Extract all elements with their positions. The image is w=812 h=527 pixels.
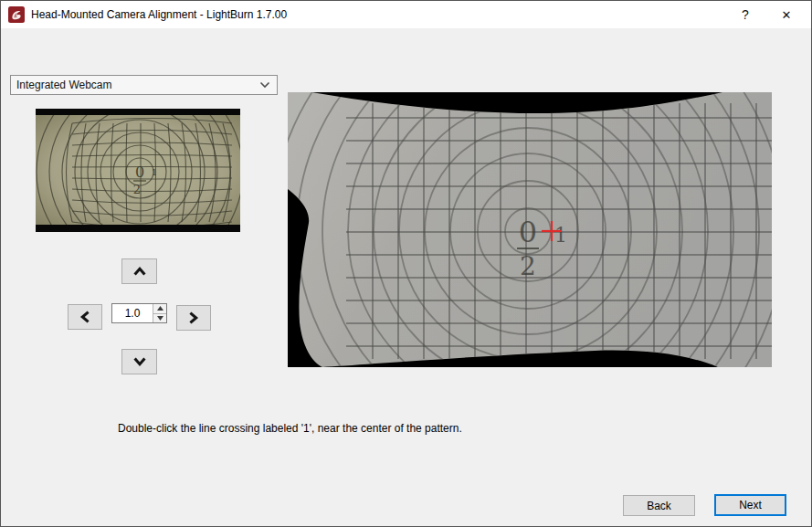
pattern-label-0-large: 0: [519, 215, 537, 249]
camera-preview-thumbnail: 0 1 2: [36, 109, 240, 232]
chevron-down-icon: [259, 81, 270, 89]
pattern-label-1-large: 1: [554, 224, 567, 247]
close-button[interactable]: ✕: [771, 1, 802, 28]
back-button[interactable]: Back: [623, 495, 695, 516]
nudge-down-button[interactable]: [121, 349, 157, 374]
pattern-label-2-small: 2: [133, 183, 141, 196]
triangle-up-icon: [157, 306, 163, 311]
chevron-left-icon: [79, 309, 91, 325]
camera-select-dropdown[interactable]: Integrated Webcam: [10, 75, 278, 95]
nudge-right-button[interactable]: [176, 305, 211, 331]
camera-preview-image: 0 1 2: [36, 109, 240, 232]
help-button[interactable]: ?: [730, 1, 761, 28]
next-button[interactable]: Next: [714, 494, 786, 516]
camera-alignment-dialog: Head-Mounted Camera Alignment - LightBur…: [0, 0, 812, 527]
window-title: Head-Mounted Camera Alignment - LightBur…: [31, 8, 287, 21]
lightburn-app-icon: [8, 6, 25, 23]
nudge-amount-spinbox: [111, 303, 167, 323]
nudge-up-button[interactable]: [121, 258, 157, 284]
undistorted-camera-view[interactable]: 0 1 2: [288, 92, 772, 367]
chevron-right-icon: [187, 310, 200, 326]
camera-select-value: Integrated Webcam: [11, 79, 259, 91]
chevron-down-icon: [132, 355, 148, 368]
pattern-label-0-small: 0: [135, 163, 144, 181]
triangle-down-icon: [157, 316, 163, 321]
nudge-amount-input[interactable]: [112, 304, 153, 322]
undistorted-image: 0 1 2: [288, 92, 772, 367]
spin-up-button[interactable]: [153, 304, 166, 313]
chevron-up-icon: [132, 265, 148, 278]
spin-down-button[interactable]: [153, 313, 166, 323]
instruction-text: Double-click the line crossing labeled '…: [118, 422, 462, 435]
pattern-label-2-large: 2: [520, 251, 536, 281]
title-bar[interactable]: Head-Mounted Camera Alignment - LightBur…: [1, 1, 811, 28]
spinner-buttons: [153, 304, 166, 322]
pattern-label-1-small: 1: [152, 167, 157, 177]
nudge-left-button[interactable]: [68, 304, 102, 330]
